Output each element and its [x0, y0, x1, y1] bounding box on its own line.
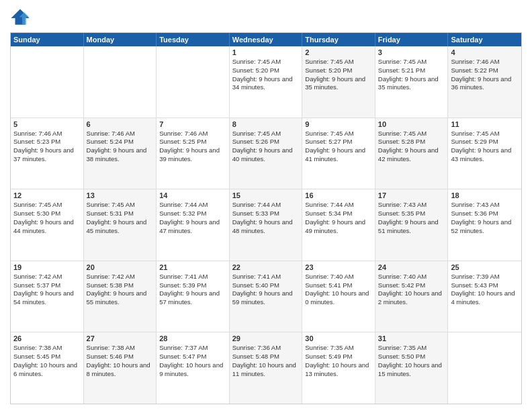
calendar-cell: 5Sunrise: 7:46 AMSunset: 5:23 PMDaylight…	[11, 118, 84, 189]
sunset-text: Sunset: 5:31 PM	[87, 210, 154, 218]
sunset-text: Sunset: 5:36 PM	[451, 210, 519, 218]
calendar-cell: 17Sunrise: 7:43 AMSunset: 5:35 PMDayligh…	[375, 189, 449, 261]
calendar-week: 12Sunrise: 7:45 AMSunset: 5:30 PMDayligh…	[11, 189, 521, 261]
calendar-cell: 28Sunrise: 7:37 AMSunset: 5:47 PMDayligh…	[157, 332, 230, 404]
sunset-text: Sunset: 5:49 PM	[305, 353, 372, 361]
daylight-text: Daylight: 9 hours and 34 minutes.	[232, 75, 300, 93]
calendar-header-day: Thursday	[302, 33, 375, 46]
calendar-cell: 4Sunrise: 7:46 AMSunset: 5:22 PMDaylight…	[448, 46, 521, 118]
sunset-text: Sunset: 5:22 PM	[451, 66, 519, 75]
day-number: 26	[13, 334, 81, 342]
day-number: 15	[232, 191, 300, 199]
sunrise-text: Sunrise: 7:45 AM	[305, 130, 372, 138]
daylight-text: Daylight: 10 hours and 13 minutes.	[305, 361, 372, 379]
calendar-cell: 3Sunrise: 7:45 AMSunset: 5:21 PMDaylight…	[375, 46, 449, 118]
sunrise-text: Sunrise: 7:35 AM	[305, 344, 372, 353]
sunset-text: Sunset: 5:32 PM	[159, 210, 226, 218]
calendar-cell: 29Sunrise: 7:36 AMSunset: 5:48 PMDayligh…	[230, 332, 303, 404]
daylight-text: Daylight: 9 hours and 35 minutes.	[378, 75, 445, 93]
day-number: 6	[87, 120, 154, 128]
calendar: SundayMondayTuesdayWednesdayThursdayFrid…	[10, 32, 522, 404]
sunrise-text: Sunrise: 7:42 AM	[13, 273, 81, 281]
daylight-text: Daylight: 9 hours and 51 minutes.	[378, 218, 445, 236]
calendar-week: 5Sunrise: 7:46 AMSunset: 5:23 PMDaylight…	[11, 118, 521, 190]
daylight-text: Daylight: 9 hours and 59 minutes.	[232, 289, 300, 307]
calendar-header-day: Saturday	[448, 33, 521, 46]
calendar-cell: 20Sunrise: 7:42 AMSunset: 5:38 PMDayligh…	[84, 261, 157, 332]
day-number: 21	[159, 263, 226, 271]
sunrise-text: Sunrise: 7:45 AM	[305, 58, 372, 66]
sunrise-text: Sunrise: 7:44 AM	[232, 201, 300, 210]
day-number: 31	[378, 334, 445, 342]
sunrise-text: Sunrise: 7:37 AM	[159, 344, 226, 353]
calendar-cell: 27Sunrise: 7:38 AMSunset: 5:46 PMDayligh…	[84, 332, 157, 404]
sunset-text: Sunset: 5:34 PM	[305, 210, 372, 218]
sunset-text: Sunset: 5:33 PM	[232, 210, 300, 218]
calendar-cell: 16Sunrise: 7:44 AMSunset: 5:34 PMDayligh…	[302, 189, 375, 261]
day-number: 9	[305, 120, 372, 128]
daylight-text: Daylight: 9 hours and 47 minutes.	[159, 218, 226, 236]
daylight-text: Daylight: 9 hours and 44 minutes.	[13, 218, 81, 236]
calendar-cell: 23Sunrise: 7:40 AMSunset: 5:41 PMDayligh…	[302, 261, 375, 332]
sunrise-text: Sunrise: 7:42 AM	[87, 273, 154, 281]
sunset-text: Sunset: 5:47 PM	[159, 353, 226, 361]
calendar-cell	[157, 46, 230, 118]
day-number: 12	[13, 191, 81, 199]
sunrise-text: Sunrise: 7:45 AM	[232, 130, 300, 138]
day-number: 27	[87, 334, 154, 342]
sunset-text: Sunset: 5:27 PM	[305, 138, 372, 146]
daylight-text: Daylight: 10 hours and 9 minutes.	[159, 361, 226, 379]
calendar-header-day: Tuesday	[157, 33, 230, 46]
calendar-cell: 2Sunrise: 7:45 AMSunset: 5:20 PMDaylight…	[302, 46, 375, 118]
calendar-cell: 26Sunrise: 7:38 AMSunset: 5:45 PMDayligh…	[11, 332, 84, 404]
daylight-text: Daylight: 9 hours and 48 minutes.	[232, 218, 300, 236]
sunset-text: Sunset: 5:21 PM	[378, 66, 445, 75]
sunset-text: Sunset: 5:28 PM	[378, 138, 445, 146]
calendar-cell: 31Sunrise: 7:35 AMSunset: 5:50 PMDayligh…	[375, 332, 449, 404]
day-number: 4	[451, 48, 519, 56]
daylight-text: Daylight: 9 hours and 55 minutes.	[87, 289, 154, 307]
daylight-text: Daylight: 10 hours and 11 minutes.	[232, 361, 300, 379]
sunset-text: Sunset: 5:40 PM	[232, 281, 300, 290]
sunrise-text: Sunrise: 7:45 AM	[378, 58, 445, 66]
day-number: 3	[378, 48, 445, 56]
daylight-text: Daylight: 9 hours and 35 minutes.	[305, 75, 372, 93]
calendar-header-day: Wednesday	[230, 33, 303, 46]
daylight-text: Daylight: 9 hours and 37 minutes.	[13, 146, 81, 164]
daylight-text: Daylight: 10 hours and 15 minutes.	[378, 361, 445, 379]
sunset-text: Sunset: 5:35 PM	[378, 210, 445, 218]
calendar-body: 1Sunrise: 7:45 AMSunset: 5:20 PMDaylight…	[11, 46, 521, 404]
day-number: 11	[451, 120, 519, 128]
calendar-cell: 19Sunrise: 7:42 AMSunset: 5:37 PMDayligh…	[11, 261, 84, 332]
sunrise-text: Sunrise: 7:35 AM	[378, 344, 445, 353]
calendar-header-day: Sunday	[11, 33, 84, 46]
daylight-text: Daylight: 9 hours and 57 minutes.	[159, 289, 226, 307]
calendar-cell: 30Sunrise: 7:35 AMSunset: 5:49 PMDayligh…	[302, 332, 375, 404]
sunrise-text: Sunrise: 7:46 AM	[13, 130, 81, 138]
sunrise-text: Sunrise: 7:40 AM	[305, 273, 372, 281]
sunrise-text: Sunrise: 7:41 AM	[232, 273, 300, 281]
sunset-text: Sunset: 5:38 PM	[87, 281, 154, 290]
header	[10, 7, 522, 27]
calendar-cell	[448, 332, 521, 404]
calendar-week: 1Sunrise: 7:45 AMSunset: 5:20 PMDaylight…	[11, 46, 521, 118]
calendar-header-day: Monday	[84, 33, 157, 46]
day-number: 2	[305, 48, 372, 56]
sunrise-text: Sunrise: 7:43 AM	[451, 201, 519, 210]
sunset-text: Sunset: 5:20 PM	[232, 66, 300, 75]
daylight-text: Daylight: 9 hours and 42 minutes.	[378, 146, 445, 164]
day-number: 10	[378, 120, 445, 128]
daylight-text: Daylight: 9 hours and 38 minutes.	[87, 146, 154, 164]
sunset-text: Sunset: 5:24 PM	[87, 138, 154, 146]
day-number: 16	[305, 191, 372, 199]
sunrise-text: Sunrise: 7:38 AM	[13, 344, 81, 353]
calendar-cell: 8Sunrise: 7:45 AMSunset: 5:26 PMDaylight…	[230, 118, 303, 189]
sunrise-text: Sunrise: 7:45 AM	[13, 201, 81, 210]
daylight-text: Daylight: 10 hours and 4 minutes.	[451, 289, 519, 307]
day-number: 18	[451, 191, 519, 199]
sunrise-text: Sunrise: 7:46 AM	[87, 130, 154, 138]
sunrise-text: Sunrise: 7:45 AM	[451, 130, 519, 138]
sunrise-text: Sunrise: 7:45 AM	[232, 58, 300, 66]
sunrise-text: Sunrise: 7:43 AM	[378, 201, 445, 210]
calendar-cell: 22Sunrise: 7:41 AMSunset: 5:40 PMDayligh…	[230, 261, 303, 332]
